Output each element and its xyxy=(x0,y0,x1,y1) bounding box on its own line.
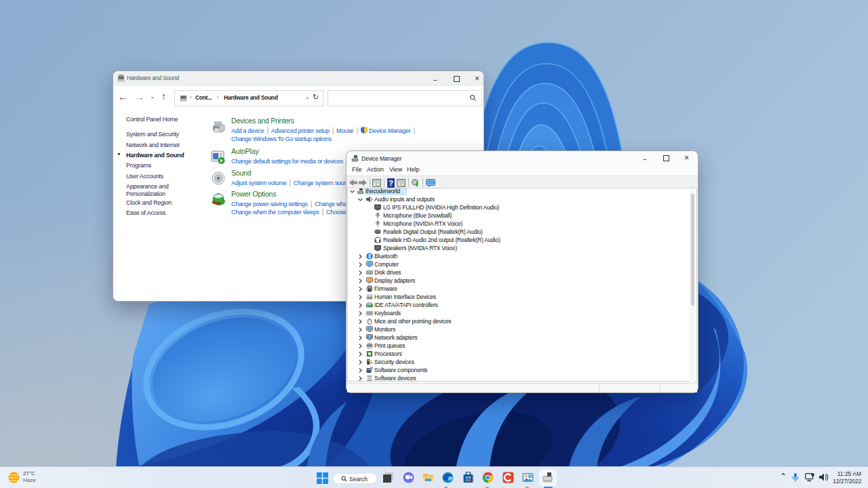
svg-text:?: ? xyxy=(389,179,393,187)
